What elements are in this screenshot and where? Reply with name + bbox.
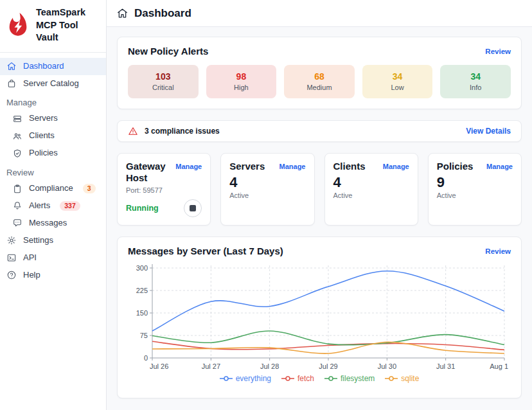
alert-label: High [209,84,274,91]
alert-label: Info [443,84,508,91]
alert-count: 98 [209,71,274,82]
sidebar-item-label: Settings [23,235,53,246]
chat-bubble-icon [12,218,22,228]
sidebar-item-compliance[interactable]: Compliance 3 [0,180,106,197]
svg-text:Jul 29: Jul 29 [319,362,337,370]
home-icon [116,7,129,19]
svg-text:300: 300 [136,264,148,272]
gateway-status: Running [126,204,159,213]
servers-icon [12,114,22,124]
alert-count: 34 [365,71,430,82]
compliance-issues-bar: 3 compliance issues View Details [117,120,522,142]
servers-manage-link[interactable]: Manage [279,163,306,170]
chart-review-link[interactable]: Review [485,247,511,255]
legend-marker-icon [385,375,398,382]
sidebar-section-review: Review [0,162,106,180]
page-title: Dashboard [134,7,191,20]
terminal-icon [6,253,17,263]
sidebar-item-server-catalog[interactable]: Server Catalog [0,75,106,93]
compliance-issues-text: 3 compliance issues [145,127,220,136]
chart-title: Messages by Server (Last 7 Days) [128,245,283,256]
main-area: Dashboard New Policy Alerts Review 103 C… [107,0,532,410]
sidebar-section-manage: Manage [0,92,106,110]
alert-count: 103 [130,71,196,82]
clients-title: Clients [333,161,366,172]
alerts-badge: 337 [60,201,80,211]
legend-label: fetch [297,374,314,383]
sidebar-item-clients[interactable]: Clients [0,127,106,145]
alert-label: Critical [130,84,196,91]
sidebar-item-label: Server Catalog [23,78,79,89]
policies-title: Policies [437,161,474,172]
new-policy-alerts-card: New Policy Alerts Review 103 Critical 98… [117,37,522,109]
legend-marker-icon [324,375,337,382]
svg-text:150: 150 [136,309,148,317]
svg-text:225: 225 [136,287,148,294]
stats-row: Gateway Host Manage Port: 59577 Running … [117,153,522,226]
sidebar-item-label: Alerts [29,201,50,211]
sidebar-item-label: Servers [29,113,58,124]
alert-count: 34 [443,71,508,82]
sidebar-item-label: Clients [29,130,55,141]
gear-icon [6,235,17,245]
legend-marker-icon [220,375,233,382]
view-details-link[interactable]: View Details [466,127,511,136]
sidebar-item-label: Policies [29,148,58,159]
sidebar-item-label: Help [23,270,40,281]
shield-check-icon [12,148,22,159]
app-logo-block: TeamSpark MCP Tool Vault [0,0,106,53]
clipboard-icon [12,184,22,194]
policies-sub-label: Active [437,192,513,199]
alert-pill-high: 98 High [206,65,277,98]
stop-icon [190,205,196,211]
sidebar-item-servers[interactable]: Servers [0,110,106,127]
sidebar-item-label: Dashboard [23,61,64,72]
svg-text:Aug 1: Aug 1 [490,362,508,370]
gateway-port: Port: 59577 [126,186,202,194]
legend-item-sqlite[interactable]: sqlite [385,374,419,383]
servers-stat-card: Servers Manage 4 Active [220,153,314,226]
chart-legend: everythingfetchfilesystemsqlite [128,374,511,383]
legend-label: sqlite [401,374,419,383]
legend-marker-icon [281,375,294,382]
sidebar-item-alerts[interactable]: Alerts 337 [0,197,106,215]
svg-text:0: 0 [144,354,148,362]
clients-sub-label: Active [333,192,409,199]
legend-item-filesystem[interactable]: filesystem [324,374,375,383]
stop-gateway-button[interactable] [184,199,202,217]
gateway-manage-link[interactable]: Manage [175,163,202,170]
policy-alerts-review-link[interactable]: Review [485,48,511,55]
alert-label: Medium [287,84,352,91]
policies-count: 9 [437,174,513,191]
sidebar-item-dashboard[interactable]: Dashboard [0,58,106,75]
compliance-badge: 3 [83,184,96,193]
svg-text:Jul 27: Jul 27 [202,362,220,370]
sidebar-item-api[interactable]: API [0,249,106,267]
sidebar-item-settings[interactable]: Settings [0,232,106,249]
svg-text:Jul 28: Jul 28 [260,362,279,370]
page-header: Dashboard [107,0,532,27]
warning-triangle-icon [128,126,138,136]
messages-chart-card: Messages by Server (Last 7 Days) Review … [117,236,522,398]
servers-sub-label: Active [229,192,305,199]
alert-pill-info: 34 Info [440,65,511,98]
app-title: TeamSpark MCP Tool Vault [36,6,100,44]
sidebar-item-messages[interactable]: Messages [0,215,106,232]
legend-item-fetch[interactable]: fetch [281,374,314,383]
flame-logo-icon [5,12,31,38]
vault-icon [6,78,17,89]
sidebar: TeamSpark MCP Tool Vault Dashboard Serve… [0,0,107,410]
svg-text:75: 75 [140,332,148,339]
users-icon [12,131,22,141]
servers-count: 4 [229,174,305,191]
legend-label: filesystem [341,374,375,383]
home-icon [6,61,17,71]
sidebar-item-policies[interactable]: Policies [0,145,106,162]
svg-text:Jul 31: Jul 31 [436,362,455,370]
policies-manage-link[interactable]: Manage [486,163,513,170]
alert-pill-low: 34 Low [362,65,433,98]
legend-item-everything[interactable]: everything [220,374,271,383]
servers-title: Servers [229,161,265,172]
clients-manage-link[interactable]: Manage [383,163,409,170]
sidebar-item-help[interactable]: Help [0,267,106,284]
